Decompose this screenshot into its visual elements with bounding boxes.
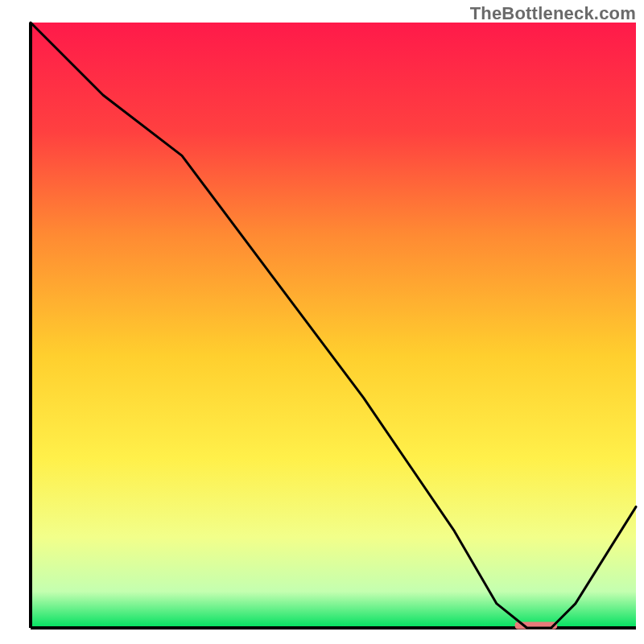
bottleneck-chart — [0, 0, 644, 644]
plot-background — [31, 23, 636, 628]
